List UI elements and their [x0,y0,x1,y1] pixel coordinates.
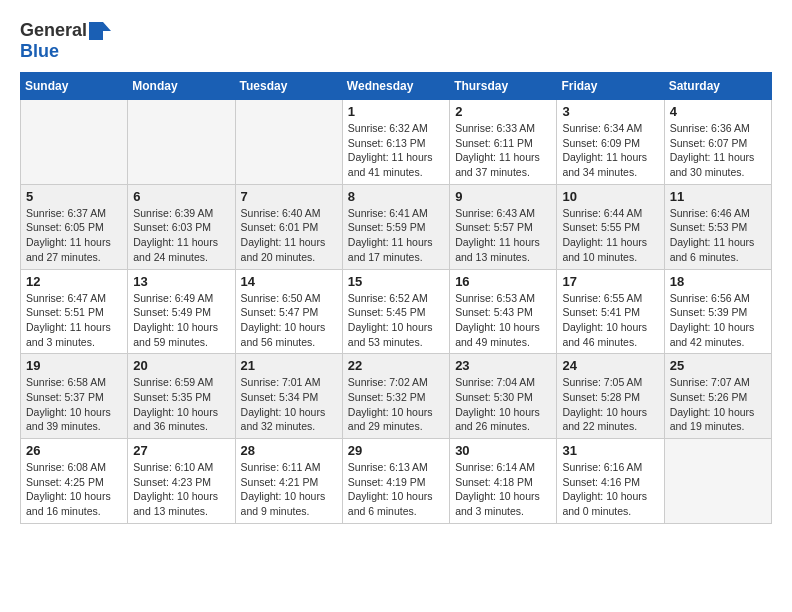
day-info: Sunrise: 6:44 AM Sunset: 5:55 PM Dayligh… [562,206,658,265]
calendar-cell [235,100,342,185]
day-info: Sunrise: 6:49 AM Sunset: 5:49 PM Dayligh… [133,291,229,350]
day-info: Sunrise: 6:11 AM Sunset: 4:21 PM Dayligh… [241,460,337,519]
calendar-cell: 3Sunrise: 6:34 AM Sunset: 6:09 PM Daylig… [557,100,664,185]
calendar-cell [21,100,128,185]
day-header-monday: Monday [128,73,235,100]
calendar-table: SundayMondayTuesdayWednesdayThursdayFrid… [20,72,772,524]
day-number: 22 [348,358,444,373]
day-number: 8 [348,189,444,204]
calendar-cell: 8Sunrise: 6:41 AM Sunset: 5:59 PM Daylig… [342,184,449,269]
day-info: Sunrise: 6:41 AM Sunset: 5:59 PM Dayligh… [348,206,444,265]
calendar-week-row: 5Sunrise: 6:37 AM Sunset: 6:05 PM Daylig… [21,184,772,269]
day-number: 16 [455,274,551,289]
day-number: 14 [241,274,337,289]
calendar-cell [128,100,235,185]
day-info: Sunrise: 6:14 AM Sunset: 4:18 PM Dayligh… [455,460,551,519]
day-number: 2 [455,104,551,119]
day-number: 23 [455,358,551,373]
calendar-cell: 11Sunrise: 6:46 AM Sunset: 5:53 PM Dayli… [664,184,771,269]
calendar-cell: 12Sunrise: 6:47 AM Sunset: 5:51 PM Dayli… [21,269,128,354]
day-number: 9 [455,189,551,204]
calendar-cell: 9Sunrise: 6:43 AM Sunset: 5:57 PM Daylig… [450,184,557,269]
calendar-cell: 17Sunrise: 6:55 AM Sunset: 5:41 PM Dayli… [557,269,664,354]
page-header: General Blue [20,20,772,62]
calendar-week-row: 1Sunrise: 6:32 AM Sunset: 6:13 PM Daylig… [21,100,772,185]
day-number: 10 [562,189,658,204]
day-number: 28 [241,443,337,458]
day-number: 1 [348,104,444,119]
day-number: 6 [133,189,229,204]
day-number: 19 [26,358,122,373]
calendar-cell [664,439,771,524]
day-number: 21 [241,358,337,373]
calendar-cell: 2Sunrise: 6:33 AM Sunset: 6:11 PM Daylig… [450,100,557,185]
calendar-cell: 4Sunrise: 6:36 AM Sunset: 6:07 PM Daylig… [664,100,771,185]
calendar-week-row: 26Sunrise: 6:08 AM Sunset: 4:25 PM Dayli… [21,439,772,524]
calendar-cell: 16Sunrise: 6:53 AM Sunset: 5:43 PM Dayli… [450,269,557,354]
day-info: Sunrise: 6:10 AM Sunset: 4:23 PM Dayligh… [133,460,229,519]
calendar-cell: 20Sunrise: 6:59 AM Sunset: 5:35 PM Dayli… [128,354,235,439]
calendar-cell: 18Sunrise: 6:56 AM Sunset: 5:39 PM Dayli… [664,269,771,354]
day-header-wednesday: Wednesday [342,73,449,100]
day-info: Sunrise: 6:53 AM Sunset: 5:43 PM Dayligh… [455,291,551,350]
calendar-cell: 25Sunrise: 7:07 AM Sunset: 5:26 PM Dayli… [664,354,771,439]
day-number: 7 [241,189,337,204]
calendar-cell: 23Sunrise: 7:04 AM Sunset: 5:30 PM Dayli… [450,354,557,439]
calendar-week-row: 12Sunrise: 6:47 AM Sunset: 5:51 PM Dayli… [21,269,772,354]
calendar-cell: 6Sunrise: 6:39 AM Sunset: 6:03 PM Daylig… [128,184,235,269]
day-header-sunday: Sunday [21,73,128,100]
day-info: Sunrise: 6:39 AM Sunset: 6:03 PM Dayligh… [133,206,229,265]
day-info: Sunrise: 6:08 AM Sunset: 4:25 PM Dayligh… [26,460,122,519]
day-info: Sunrise: 7:01 AM Sunset: 5:34 PM Dayligh… [241,375,337,434]
day-header-friday: Friday [557,73,664,100]
calendar-cell: 13Sunrise: 6:49 AM Sunset: 5:49 PM Dayli… [128,269,235,354]
calendar-cell: 7Sunrise: 6:40 AM Sunset: 6:01 PM Daylig… [235,184,342,269]
logo-general-text: General [20,20,87,41]
day-info: Sunrise: 6:34 AM Sunset: 6:09 PM Dayligh… [562,121,658,180]
day-number: 4 [670,104,766,119]
calendar-cell: 21Sunrise: 7:01 AM Sunset: 5:34 PM Dayli… [235,354,342,439]
day-header-saturday: Saturday [664,73,771,100]
calendar-cell: 1Sunrise: 6:32 AM Sunset: 6:13 PM Daylig… [342,100,449,185]
day-number: 26 [26,443,122,458]
day-info: Sunrise: 6:16 AM Sunset: 4:16 PM Dayligh… [562,460,658,519]
day-info: Sunrise: 6:37 AM Sunset: 6:05 PM Dayligh… [26,206,122,265]
calendar-cell: 29Sunrise: 6:13 AM Sunset: 4:19 PM Dayli… [342,439,449,524]
day-number: 17 [562,274,658,289]
day-number: 11 [670,189,766,204]
day-info: Sunrise: 6:56 AM Sunset: 5:39 PM Dayligh… [670,291,766,350]
calendar-cell: 30Sunrise: 6:14 AM Sunset: 4:18 PM Dayli… [450,439,557,524]
calendar-header-row: SundayMondayTuesdayWednesdayThursdayFrid… [21,73,772,100]
day-number: 13 [133,274,229,289]
day-number: 15 [348,274,444,289]
day-info: Sunrise: 7:02 AM Sunset: 5:32 PM Dayligh… [348,375,444,434]
calendar-cell: 28Sunrise: 6:11 AM Sunset: 4:21 PM Dayli… [235,439,342,524]
day-info: Sunrise: 7:05 AM Sunset: 5:28 PM Dayligh… [562,375,658,434]
day-info: Sunrise: 6:33 AM Sunset: 6:11 PM Dayligh… [455,121,551,180]
calendar-cell: 14Sunrise: 6:50 AM Sunset: 5:47 PM Dayli… [235,269,342,354]
calendar-cell: 19Sunrise: 6:58 AM Sunset: 5:37 PM Dayli… [21,354,128,439]
day-info: Sunrise: 7:07 AM Sunset: 5:26 PM Dayligh… [670,375,766,434]
day-number: 25 [670,358,766,373]
day-number: 27 [133,443,229,458]
calendar-cell: 26Sunrise: 6:08 AM Sunset: 4:25 PM Dayli… [21,439,128,524]
day-info: Sunrise: 6:46 AM Sunset: 5:53 PM Dayligh… [670,206,766,265]
day-number: 12 [26,274,122,289]
day-number: 5 [26,189,122,204]
day-info: Sunrise: 6:52 AM Sunset: 5:45 PM Dayligh… [348,291,444,350]
day-info: Sunrise: 6:36 AM Sunset: 6:07 PM Dayligh… [670,121,766,180]
day-info: Sunrise: 6:59 AM Sunset: 5:35 PM Dayligh… [133,375,229,434]
day-number: 18 [670,274,766,289]
day-info: Sunrise: 6:55 AM Sunset: 5:41 PM Dayligh… [562,291,658,350]
calendar-cell: 15Sunrise: 6:52 AM Sunset: 5:45 PM Dayli… [342,269,449,354]
day-number: 24 [562,358,658,373]
day-header-thursday: Thursday [450,73,557,100]
day-number: 30 [455,443,551,458]
calendar-cell: 27Sunrise: 6:10 AM Sunset: 4:23 PM Dayli… [128,439,235,524]
day-info: Sunrise: 7:04 AM Sunset: 5:30 PM Dayligh… [455,375,551,434]
calendar-cell: 10Sunrise: 6:44 AM Sunset: 5:55 PM Dayli… [557,184,664,269]
day-info: Sunrise: 6:47 AM Sunset: 5:51 PM Dayligh… [26,291,122,350]
logo: General Blue [20,20,111,62]
calendar-cell: 31Sunrise: 6:16 AM Sunset: 4:16 PM Dayli… [557,439,664,524]
day-info: Sunrise: 6:40 AM Sunset: 6:01 PM Dayligh… [241,206,337,265]
